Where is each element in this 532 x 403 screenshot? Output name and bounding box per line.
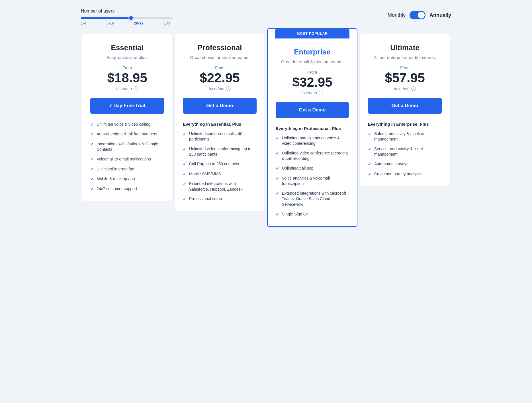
feature-item: ✓ Unlimited conference calls, 40 partici…: [183, 131, 257, 142]
feature-item: ✓ Unlimited call pop: [276, 166, 349, 172]
plan-name-essential: Essential: [90, 43, 164, 52]
featured-content: Enterprise Great for small & medium team…: [276, 38, 349, 217]
feature-item: ✓ Unlimited video conferencing, up to 25…: [183, 146, 257, 157]
check-icon: ✓: [276, 151, 279, 156]
price-section-ultimate: From $57.95 /user/mo i: [368, 66, 442, 91]
plans-grid: Essential Easy, quick start plan. From $…: [81, 34, 451, 227]
plan-name-professional: Professional: [183, 43, 257, 52]
feature-text: Unlimited video conferencing, up to 250 …: [189, 146, 257, 157]
features-header-enterprise: Everything in Professional, Plus: [276, 126, 349, 131]
check-icon: ✓: [276, 191, 279, 197]
plan-card-enterprise: MOST POPULAR Enterprise Great for small …: [267, 28, 357, 227]
slider-track: [81, 17, 172, 19]
billing-toggle-switch[interactable]: [410, 11, 425, 19]
cta-button-enterprise[interactable]: Get a Demo: [276, 102, 349, 118]
check-icon: ✓: [90, 132, 94, 137]
feature-list-essential: ✓ Unlimited voice & video calling ✓ Auto…: [90, 122, 164, 192]
price-section-essential: From $18.95 /user/mo i: [90, 66, 164, 91]
feature-item: ✓ Mobile & desktop app: [90, 176, 164, 182]
top-controls: Number of users 1-4 5-19 20-99 100+ Mont…: [81, 9, 451, 25]
feature-item: ✓ Extended integrations with Salesforce,…: [183, 181, 257, 192]
billing-toggle: Monthly Annually: [388, 11, 451, 19]
check-icon: ✓: [183, 131, 186, 137]
slider-ticks: 1-4 5-19 20-99 100+: [81, 21, 172, 25]
slider-fill: [81, 17, 131, 19]
feature-item: ✓ Customer journey analytics: [368, 171, 442, 177]
feature-text: Automated surveys: [374, 161, 408, 167]
plan-name-ultimate: Ultimate: [368, 43, 442, 52]
feature-item: ✓ Voicemail to email notifications: [90, 156, 164, 162]
feature-text: Unlimited conference calls, 40 participa…: [189, 131, 257, 142]
features-header-professional: Everything in Essential, Plus: [183, 122, 257, 127]
check-icon: ✓: [183, 181, 186, 187]
feature-item: ✓ Unlimited participants on voice & vide…: [276, 135, 349, 146]
info-icon-essential[interactable]: i: [134, 86, 138, 91]
user-count-section: Number of users 1-4 5-19 20-99 100+: [81, 9, 172, 25]
check-icon: ✓: [183, 162, 186, 167]
plan-card-essential: Essential Easy, quick start plan. From $…: [82, 34, 172, 201]
feature-list-enterprise: ✓ Unlimited participants on voice & vide…: [276, 135, 349, 217]
check-icon: ✓: [183, 146, 186, 152]
feature-text: Voicemail to email notifications: [97, 156, 151, 162]
cta-button-professional[interactable]: Get a Demo: [183, 98, 257, 114]
features-header-ultimate: Everything in Enterprise, Plus: [368, 122, 442, 127]
feature-text: Unlimited participants on voice & video …: [282, 135, 349, 146]
feature-text: 24x7 customer support: [97, 186, 137, 192]
feature-text: Integrations with Outlook & Google Conta…: [97, 141, 164, 152]
feature-item: ✓ Unlimited internet fax: [90, 166, 164, 172]
slider-tick-100plus: 100+: [164, 21, 172, 25]
feature-text: Mobile SMS/MMS: [189, 171, 221, 177]
feature-text: Call Pop, up to 250 contacts: [189, 161, 239, 167]
feature-item: ✓ Mobile SMS/MMS: [183, 171, 257, 177]
slider-container[interactable]: 1-4 5-19 20-99 100+: [81, 17, 172, 25]
feature-item: ✓ Extended integrations with Microsoft T…: [276, 191, 349, 207]
check-icon: ✓: [368, 131, 371, 137]
most-popular-banner: MOST POPULAR: [275, 29, 349, 38]
cta-button-ultimate[interactable]: Get a Demo: [368, 98, 442, 114]
user-count-label: Number of users: [81, 9, 172, 14]
feature-text: Unlimited video conference recording & c…: [282, 150, 349, 162]
check-icon: ✓: [368, 172, 371, 177]
check-icon: ✓: [90, 122, 94, 128]
feature-item: ✓ Sales productivity & pipeline manageme…: [368, 131, 442, 142]
check-icon: ✓: [368, 162, 371, 167]
slider-tick-5-19: 5-19: [107, 21, 114, 25]
price-period-professional: /user/mo i: [183, 86, 257, 91]
feature-item: ✓ Professional setup: [183, 196, 257, 202]
price-period-ultimate: /user/mo i: [368, 86, 442, 91]
period-text-professional: /user/mo: [209, 86, 224, 91]
feature-item: ✓ Call Pop, up to 250 contacts: [183, 161, 257, 167]
feature-text: Extended integrations with Microsoft Tea…: [282, 191, 349, 207]
check-icon: ✓: [276, 166, 279, 172]
plan-desc-ultimate: All our enterprise-ready features.: [368, 55, 442, 60]
feature-text: Unlimited call pop: [282, 166, 314, 171]
plan-desc-enterprise: Great for small & medium teams.: [276, 59, 349, 64]
check-icon: ✓: [276, 136, 279, 141]
feature-item: ✓ Unlimited voice & video calling: [90, 122, 164, 128]
feature-text: Auto-attendant & toll free numbers: [97, 131, 157, 137]
check-icon: ✓: [90, 142, 94, 147]
feature-text: Professional setup: [189, 196, 222, 202]
price-amount-essential: $18.95: [90, 71, 164, 85]
info-icon-enterprise[interactable]: i: [319, 91, 323, 95]
price-amount-enterprise: $32.95: [276, 75, 349, 89]
info-icon-ultimate[interactable]: i: [411, 86, 416, 91]
toggle-knob: [418, 12, 425, 19]
monthly-label: Monthly: [388, 12, 406, 18]
period-text-ultimate: /user/mo: [394, 86, 409, 91]
plan-name-enterprise: Enterprise: [276, 48, 349, 56]
price-amount-professional: $22.95: [183, 71, 257, 85]
info-icon-professional[interactable]: i: [226, 86, 231, 91]
feature-item: ✓ Voice analytics & voicemail transcript…: [276, 176, 349, 187]
cta-button-essential[interactable]: 7-Day Free Trial: [90, 98, 164, 114]
slider-thumb[interactable]: [128, 15, 134, 21]
feature-item: ✓ Auto-attendant & toll free numbers: [90, 131, 164, 137]
check-icon: ✓: [90, 167, 94, 172]
price-from-essential: From: [90, 66, 164, 70]
price-from-professional: From: [183, 66, 257, 70]
feature-text: Customer journey analytics: [374, 171, 422, 177]
check-icon: ✓: [90, 176, 94, 182]
feature-text: Extended integrations with Salesforce, H…: [189, 181, 257, 192]
feature-item: ✓ Unlimited video conference recording &…: [276, 150, 349, 162]
price-from-enterprise: From: [276, 70, 349, 74]
